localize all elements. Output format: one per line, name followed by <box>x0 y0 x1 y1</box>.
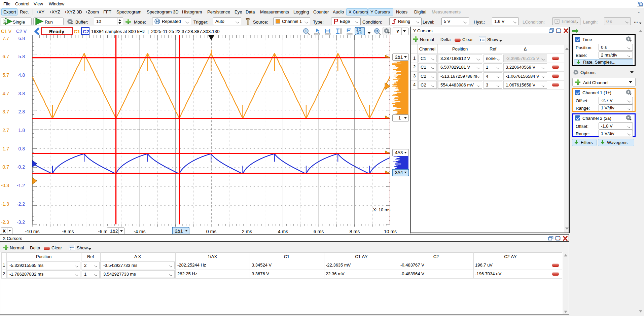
svg-text:1: 1 <box>4 19 6 23</box>
svg-text:1: 1 <box>305 29 307 33</box>
